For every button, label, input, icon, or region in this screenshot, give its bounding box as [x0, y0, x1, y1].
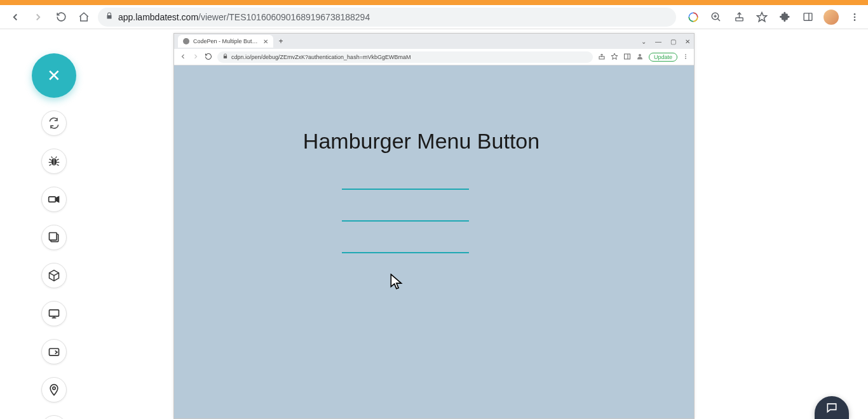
location-tool[interactable] [41, 377, 67, 402]
svg-rect-17 [50, 310, 59, 316]
resolution-tool[interactable] [41, 301, 67, 326]
files-tool[interactable] [41, 339, 67, 364]
tab-close-icon[interactable]: ✕ [263, 38, 268, 45]
hamburger-line [342, 220, 469, 222]
svg-point-21 [53, 387, 55, 389]
zoom-icon[interactable] [709, 10, 723, 24]
package-tool[interactable] [41, 263, 67, 288]
sidepanel-icon[interactable] [801, 10, 815, 24]
bug-tool[interactable] [41, 149, 67, 174]
svg-marker-23 [611, 53, 618, 60]
svg-point-10 [854, 16, 856, 18]
new-tab-button[interactable]: + [276, 36, 286, 46]
hamburger-line [342, 252, 469, 253]
remote-star-icon[interactable] [611, 53, 618, 62]
back-button[interactable] [6, 8, 24, 26]
share-icon[interactable] [732, 10, 746, 24]
svg-point-28 [685, 56, 686, 57]
svg-rect-24 [624, 54, 630, 59]
remote-forward-icon[interactable] [192, 53, 200, 62]
update-button[interactable]: Update [649, 53, 677, 62]
minimize-icon[interactable]: — [655, 38, 661, 45]
remote-page-content: Hamburger Menu Button [174, 65, 694, 418]
url-host: app.lambdatest.com/viewer/TES10160609016… [118, 12, 370, 22]
svg-rect-16 [50, 233, 57, 241]
browser-tab-strip [0, 0, 868, 5]
forward-button[interactable] [29, 8, 47, 26]
home-button[interactable] [75, 8, 93, 26]
address-bar[interactable]: app.lambdatest.com/viewer/TES10160609016… [98, 8, 676, 27]
remote-browser-window: CodePen - Multiple Button Tran… ✕ + ⌄ — … [173, 33, 695, 419]
remote-url-text: cdpn.io/pen/debug/ZEmvZxK?authentication… [231, 54, 410, 60]
extensions-icon[interactable] [778, 10, 792, 24]
remote-address-bar: cdpn.io/pen/debug/ZEmvZxK?authentication… [174, 49, 694, 65]
end-session-button[interactable]: ✕ [32, 53, 76, 98]
svg-rect-5 [735, 18, 742, 21]
page-heading: Hamburger Menu Button [303, 129, 539, 154]
viewer-content: ✕ Code [0, 29, 868, 419]
tab-favicon [183, 38, 189, 44]
upload-tool[interactable] [41, 415, 67, 419]
svg-marker-6 [757, 12, 767, 21]
cursor-icon [390, 274, 404, 291]
close-window-icon[interactable]: ✕ [685, 38, 690, 45]
remote-reload-icon[interactable] [205, 53, 212, 62]
remote-lock-icon [222, 53, 228, 60]
remote-right-icons: Update [598, 53, 689, 62]
menu-dots-icon[interactable] [848, 10, 862, 24]
gallery-tool[interactable] [41, 225, 67, 250]
tab-title: CodePen - Multiple Button Tran… [193, 38, 259, 44]
google-search-icon[interactable] [686, 10, 700, 24]
svg-rect-14 [49, 197, 56, 202]
close-icon: ✕ [47, 66, 61, 86]
svg-point-27 [685, 54, 686, 55]
maximize-icon[interactable]: ▢ [670, 38, 676, 45]
remote-tab-bar: CodePen - Multiple Button Tran… ✕ + ⌄ — … [174, 34, 694, 49]
remote-url-field[interactable]: cdpn.io/pen/debug/ZEmvZxK?authentication… [217, 51, 593, 63]
svg-point-9 [854, 13, 856, 15]
outer-browser-chrome: app.lambdatest.com/viewer/TES10160609016… [0, 5, 868, 29]
hamburger-line [342, 189, 469, 190]
remote-share-icon[interactable] [598, 53, 606, 62]
record-tool[interactable] [41, 187, 67, 212]
chat-support-button[interactable] [815, 396, 849, 419]
svg-point-11 [854, 19, 856, 21]
svg-point-26 [639, 54, 641, 57]
svg-rect-7 [804, 13, 812, 20]
chrome-right-icons [681, 10, 862, 25]
switch-tool[interactable] [41, 110, 67, 136]
dropdown-v-icon[interactable]: ⌄ [641, 38, 646, 45]
lambdatest-toolbar: ✕ [32, 53, 76, 419]
svg-point-29 [685, 58, 686, 59]
remote-tab[interactable]: CodePen - Multiple Button Tran… ✕ [178, 35, 273, 48]
remote-back-icon[interactable] [179, 53, 187, 62]
remote-sidepanel-icon[interactable] [623, 53, 631, 62]
lock-icon [105, 12, 113, 22]
reload-button[interactable] [52, 8, 70, 26]
profile-avatar[interactable] [824, 10, 839, 25]
chat-icon [824, 401, 839, 414]
window-controls: ⌄ — ▢ ✕ [641, 34, 690, 49]
svg-line-2 [717, 18, 720, 21]
bookmark-star-icon[interactable] [755, 10, 769, 24]
hamburger-menu-button[interactable] [342, 189, 469, 253]
remote-menu-icon[interactable] [682, 53, 689, 61]
remote-profile-icon[interactable] [636, 53, 644, 62]
